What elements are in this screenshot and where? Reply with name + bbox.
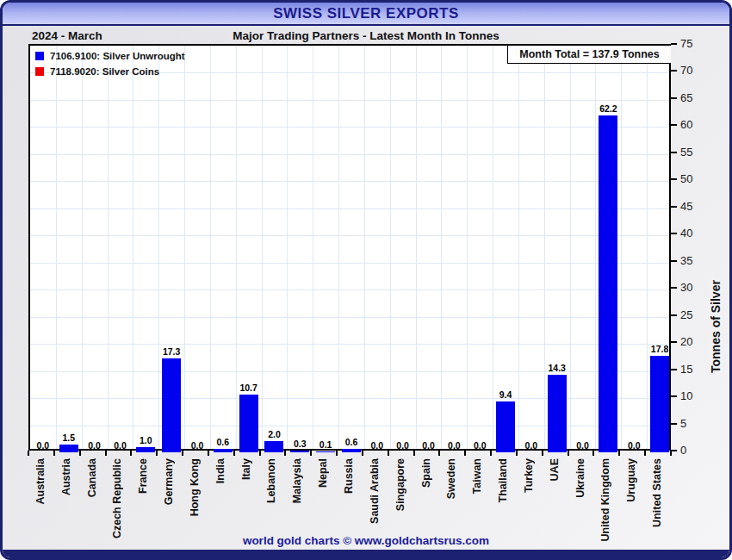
x-axis-tick [336,451,338,456]
gridline-vertical [647,46,648,449]
x-axis-tick [670,451,672,456]
bar [136,447,155,452]
bar-value-label: 1.0 [133,435,158,445]
gridline-vertical [108,46,109,449]
x-tick-label: United States [651,458,663,527]
y-axis-tick [671,233,677,234]
bar-value-label: 0.0 [390,440,416,451]
chart-subtitle: Major Trading Partners - Latest Month In… [3,29,729,42]
y-axis-tick [671,97,677,99]
x-tick-label: Taiwan [471,458,483,494]
y-axis-tick [671,450,677,451]
x-tick-label: UAE [549,458,561,481]
y-axis-title: Tonnes of Silver [709,132,723,373]
y-axis-tick [671,395,677,397]
x-axis-tick [182,451,183,456]
gridline-vertical [313,46,313,449]
x-axis-tick [388,451,389,456]
gridline-vertical [184,46,185,449]
gridline-vertical [287,46,288,449]
bar-value-label: 10.7 [236,383,262,393]
y-tick-label: 35 [680,254,692,267]
chart-header: SWISS SILVER EXPORTS [3,3,729,26]
y-axis-tick [671,341,677,343]
bar [290,451,309,452]
bar-value-label: 9.4 [493,389,518,400]
bar [59,445,78,452]
gridline-vertical [210,46,211,449]
y-tick-label: 10 [680,389,692,402]
x-tick-label: Uruguay [625,458,637,502]
x-tick-label: Canada [86,458,98,497]
bar-value-label: 0.0 [364,440,390,451]
gridline-vertical [441,46,442,449]
y-tick-label: 15 [680,363,692,376]
bar-value-label: 0.3 [287,439,313,449]
y-tick-label: 50 [680,172,692,185]
bar [214,449,233,452]
y-axis-tick [671,152,677,153]
x-tick-label: Germany [163,458,175,505]
gridline-horizontal [30,371,669,372]
x-axis-tick [568,451,569,456]
y-axis-tick [671,70,677,72]
gridline-horizontal [30,398,669,399]
x-axis-tick [438,451,440,456]
gridline-vertical [133,46,133,449]
bar-value-label: 0.0 [107,440,133,451]
x-tick-label: Ukraine [574,458,586,498]
bar-value-label: 0.0 [467,440,493,451]
x-axis-tick [208,451,209,456]
y-axis-tick [671,314,677,316]
y-axis-tick [671,287,677,289]
chart-window: SWISS SILVER EXPORTS 2024 - March Major … [0,0,732,560]
y-tick-label: 30 [680,281,692,294]
y-tick-label: 70 [680,64,692,77]
bar-value-label: 0.0 [621,440,647,451]
y-axis-tick [671,124,677,126]
bar-value-label: 0.6 [210,437,236,447]
x-axis-tick [413,451,415,456]
y-axis-tick [671,178,677,180]
x-axis-tick [644,451,646,456]
y-tick-label: 75 [680,37,692,50]
bar [496,401,515,452]
y-axis-tick [671,423,677,425]
legend-swatch-red-icon [35,67,44,76]
bar [548,375,567,452]
x-tick-label: Singapore [394,458,406,511]
footer-credit: world gold charts © www.goldchartsrus.co… [3,534,729,547]
y-axis-tick [671,43,677,45]
legend-swatch-blue-icon [35,52,44,60]
gridline-vertical [56,46,57,449]
legend-item-unwrought: 7106.9100: Silver Unwrought [35,48,185,64]
bar-value-label: 0.0 [441,440,467,451]
x-tick-label: Saudi Arabia [369,458,381,524]
bar-value-label: 0.0 [416,440,442,451]
legend-label: 7118.9020: Silver Coins [50,66,159,77]
x-axis-tick [542,451,543,456]
gridline-vertical [262,46,263,449]
x-tick-label: Lebanon [265,458,277,503]
month-total-box: Month Total = 137.9 Tonnes [507,46,671,64]
x-axis-tick [53,451,55,456]
y-tick-label: 0 [680,444,686,457]
y-axis-tick [671,260,677,262]
legend-item-coins: 7118.9020: Silver Coins [35,64,185,79]
x-axis-tick [362,451,363,456]
bar-value-label: 14.3 [544,363,570,373]
x-tick-label: Russia [343,458,355,494]
x-axis-tick [28,451,29,456]
x-axis-tick [618,451,620,456]
x-axis-tick [233,451,235,456]
bar-value-label: 0.0 [518,440,544,451]
bar-value-label: 0.0 [82,440,108,451]
bar-value-label: 62.2 [595,103,621,114]
gridline-vertical [518,46,519,449]
legend: 7106.9100: Silver Unwrought 7118.9020: S… [35,48,185,79]
bar-value-label: 2.0 [261,429,287,439]
bar [342,449,361,452]
gridline-vertical [467,46,468,449]
gridline-horizontal [30,127,669,128]
x-axis-tick [592,451,594,456]
